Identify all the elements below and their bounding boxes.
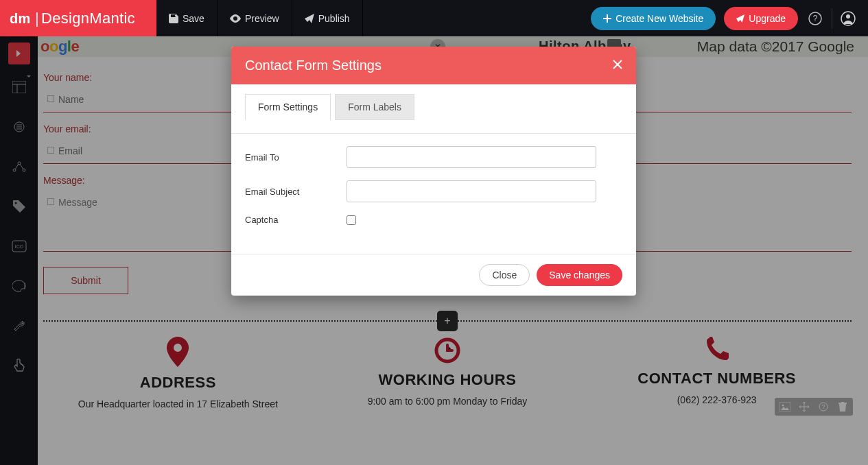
email-to-label: Email To: [245, 152, 347, 163]
modal-header: Contact Form Settings: [231, 47, 636, 84]
modal-save-action[interactable]: Save changes: [537, 264, 622, 286]
preview-button[interactable]: Preview: [218, 0, 292, 36]
modal-close-action[interactable]: Close: [479, 264, 530, 286]
email-to-input[interactable]: [347, 146, 596, 168]
create-website-button[interactable]: Create New Website: [591, 7, 716, 30]
svg-point-4: [846, 14, 850, 19]
save-icon: [169, 14, 178, 23]
modal-title: Contact Form Settings: [245, 58, 382, 73]
modal-close-button[interactable]: [613, 58, 622, 73]
account-button[interactable]: [838, 8, 858, 29]
brand-mark-icon: dm: [10, 11, 30, 26]
publish-button[interactable]: Publish: [292, 0, 363, 36]
contact-form-settings-modal: Contact Form Settings Form Settings Form…: [231, 47, 636, 296]
topbar: dm | DesignMantic Save Preview Publish C…: [0, 0, 868, 36]
plus-icon: [603, 14, 611, 23]
brand-text: DesignMantic: [41, 10, 135, 27]
svg-text:?: ?: [812, 14, 817, 23]
captcha-checkbox[interactable]: [347, 215, 356, 225]
save-button[interactable]: Save: [156, 0, 218, 36]
modal-footer: Close Save changes: [231, 254, 636, 296]
tab-form-settings[interactable]: Form Settings: [245, 94, 331, 120]
tab-form-labels[interactable]: Form Labels: [335, 94, 414, 120]
upgrade-button[interactable]: Upgrade: [724, 7, 798, 30]
eye-icon: [230, 14, 241, 23]
captcha-label: Captcha: [245, 215, 347, 225]
svg-text:dm: dm: [10, 11, 30, 26]
email-subject-input[interactable]: [347, 180, 596, 202]
close-icon: [613, 60, 622, 69]
brand-logo[interactable]: dm | DesignMantic: [0, 0, 156, 36]
help-icon: ?: [808, 12, 822, 25]
modal-tabs: Form Settings Form Labels: [245, 94, 622, 120]
user-circle-icon: [841, 11, 856, 26]
paper-plane-icon: [736, 14, 744, 23]
email-subject-label: Email Subject: [245, 187, 347, 197]
paper-plane-icon: [305, 14, 314, 23]
help-button[interactable]: ?: [805, 8, 832, 29]
